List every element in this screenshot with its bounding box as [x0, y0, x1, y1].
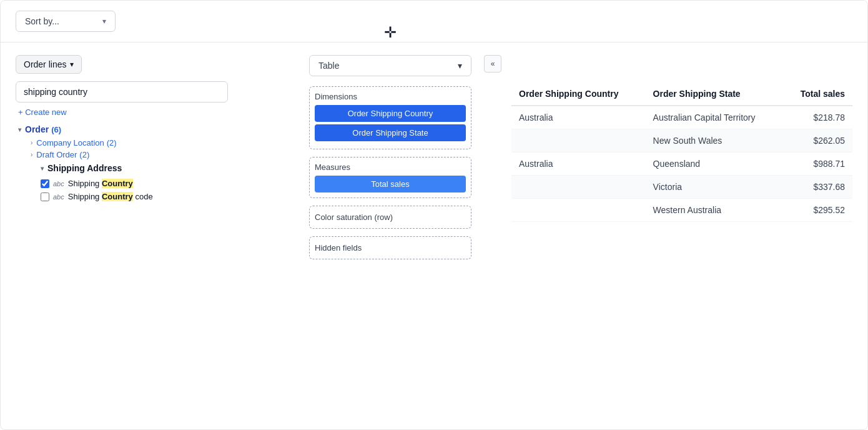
shipping-country-name-pre: Shipping [68, 179, 102, 188]
viz-config-panel: ✛ Table ▾ Dimensions Order Shipping Coun… [309, 55, 471, 259]
shipping-country-code-name: Shipping Country code [68, 192, 153, 201]
shipping-address-section: ▾ Shipping Address abc Shipping Country [18, 163, 228, 203]
search-input[interactable] [16, 81, 228, 102]
table-row: Victoria $337.68 [511, 176, 852, 199]
cell-country: Australia [511, 152, 646, 176]
shipping-country-code-field: abc Shipping Country code [41, 190, 228, 203]
shipping-address-chevron-icon: ▾ [41, 165, 44, 172]
shipping-country-code-type: abc [53, 193, 64, 201]
shipping-address-text: Shipping Address [47, 163, 122, 173]
collapse-panel-button[interactable]: « [484, 55, 501, 72]
drag-handle-icon[interactable]: ✛ [384, 24, 397, 41]
shipping-country-checkbox[interactable] [41, 179, 49, 188]
cell-total: $988.71 [782, 152, 852, 176]
shipping-country-type: abc [53, 180, 64, 188]
order-lines-chevron-icon: ▾ [70, 60, 74, 69]
shipping-country-highlight: Country [102, 179, 133, 188]
col-header-country: Order Shipping Country [511, 82, 646, 106]
search-input-wrapper [16, 81, 228, 102]
draft-order-arrow-icon: › [31, 151, 32, 158]
order-count-badge: (6) [51, 125, 61, 134]
tree-order-item[interactable]: ▾ Order (6) [18, 123, 228, 136]
draft-order-label: Draft Order [36, 150, 77, 159]
shipping-country-code-name-post: code [133, 192, 153, 201]
sort-bar: Sort by... ▾ [1, 1, 867, 42]
shipping-country-code-highlight: Country [102, 192, 133, 201]
company-location-label: Company Location [36, 138, 104, 148]
sort-by-dropdown[interactable]: Sort by... ▾ [16, 11, 116, 32]
cell-country [511, 199, 646, 222]
tree-company-location-item[interactable]: › Company Location (2) [18, 137, 228, 149]
table-row: Australia Australian Capital Territory $… [511, 106, 852, 129]
company-location-count: (2) [107, 138, 117, 148]
main-content: Order lines ▾ + Create new ▾ Order (6) ›… [1, 42, 867, 272]
shipping-country-field: abc Shipping Country [41, 177, 228, 190]
shipping-country-code-checkbox[interactable] [41, 192, 49, 201]
table-row: New South Wales $262.05 [511, 129, 852, 152]
col-header-total: Total sales [782, 82, 852, 106]
table-header-row: Order Shipping Country Order Shipping St… [511, 82, 852, 106]
table-body: Australia Australian Capital Territory $… [511, 106, 852, 222]
order-chevron-icon: ▾ [18, 126, 21, 133]
page-wrapper: Sort by... ▾ Order lines ▾ + Create new … [0, 0, 868, 430]
create-new-link[interactable]: + Create new [16, 108, 228, 117]
dimension-tag-state[interactable]: Order Shipping State [315, 124, 466, 141]
table-row: Western Australia $295.52 [511, 199, 852, 222]
viz-type-chevron-icon: ▾ [458, 61, 462, 71]
measures-section: Measures Total sales [309, 157, 471, 198]
dimensions-label: Dimensions [315, 92, 466, 101]
cell-total: $337.68 [782, 176, 852, 199]
draft-order-count: (2) [79, 150, 89, 159]
order-lines-button[interactable]: Order lines ▾ [16, 55, 82, 74]
sort-by-label: Sort by... [25, 16, 59, 26]
cell-total: $262.05 [782, 129, 852, 152]
col-header-state: Order Shipping State [646, 82, 783, 106]
shipping-address-label: ▾ Shipping Address [41, 163, 228, 173]
cell-state: Queensland [646, 152, 783, 176]
order-lines-label: Order lines [24, 59, 66, 69]
cell-country [511, 176, 646, 199]
shipping-country-code-name-pre: Shipping [68, 192, 102, 201]
cell-total: $218.78 [782, 106, 852, 129]
company-location-arrow-icon: › [31, 139, 32, 146]
color-saturation-label: Color saturation (row) [315, 212, 393, 222]
data-table-panel: « Order Shipping Country Order Shipping … [484, 55, 852, 222]
dimension-tag-country[interactable]: Order Shipping Country [315, 105, 466, 122]
hidden-fields-section: Hidden fields [309, 236, 471, 259]
cell-country: Australia [511, 106, 646, 129]
collapse-icon: « [491, 59, 495, 68]
tree-section: ▾ Order (6) › Company Location (2) › Dra… [16, 123, 228, 203]
cell-country [511, 129, 646, 152]
shipping-country-name: Shipping Country [68, 179, 133, 188]
cell-total: $295.52 [782, 199, 852, 222]
sort-chevron-icon: ▾ [102, 17, 106, 26]
cell-state: Western Australia [646, 199, 783, 222]
hidden-fields-label: Hidden fields [315, 243, 362, 252]
cell-state: Australian Capital Territory [646, 106, 783, 129]
table-header-row: « [484, 55, 852, 78]
table-row: Australia Queensland $988.71 [511, 152, 852, 176]
table-area: Order Shipping Country Order Shipping St… [511, 82, 852, 222]
cell-state: New South Wales [646, 129, 783, 152]
measure-tag-total-sales[interactable]: Total sales [315, 176, 466, 192]
tree-draft-order-item[interactable]: › Draft Order (2) [18, 149, 228, 161]
dimensions-section: Dimensions Order Shipping Country Order … [309, 86, 471, 149]
viz-type-label: Table [318, 61, 339, 71]
cell-state: Victoria [646, 176, 783, 199]
table-head: Order Shipping Country Order Shipping St… [511, 82, 852, 106]
field-explorer: Order lines ▾ + Create new ▾ Order (6) ›… [16, 55, 228, 203]
measures-label: Measures [315, 162, 466, 172]
data-table: Order Shipping Country Order Shipping St… [511, 82, 852, 222]
viz-type-dropdown[interactable]: Table ▾ [309, 55, 471, 76]
color-saturation-section: Color saturation (row) [309, 206, 471, 229]
order-label: Order [25, 124, 49, 134]
